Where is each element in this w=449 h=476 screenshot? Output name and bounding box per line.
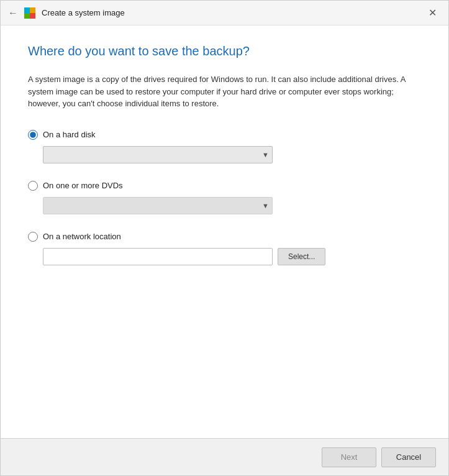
- dvd-dropdown-wrapper: ▼: [43, 197, 273, 214]
- network-location-row: Select...: [43, 248, 421, 265]
- option-network-text: On a network location: [43, 232, 121, 241]
- title-bar-left: ← Create a system image: [8, 6, 125, 20]
- main-window: ← Create a system image ✕ Where do you w…: [0, 0, 449, 476]
- footer: Next Cancel: [1, 438, 448, 475]
- svg-rect-3: [30, 13, 35, 19]
- content-area: Where do you want to save the backup? A …: [1, 25, 448, 438]
- hard-disk-dropdown-wrapper: ▼: [43, 146, 273, 163]
- title-bar: ← Create a system image ✕: [1, 1, 448, 25]
- next-button[interactable]: Next: [322, 447, 376, 467]
- window-title: Create a system image: [42, 8, 125, 17]
- option-dvd-group: On one or more DVDs ▼: [28, 181, 421, 214]
- option-hard-disk-radio[interactable]: [28, 130, 38, 140]
- page-description: A system image is a copy of the drives r…: [28, 73, 421, 110]
- svg-rect-0: [24, 7, 30, 13]
- option-network-group: On a network location Select...: [28, 232, 421, 265]
- hard-disk-dropdown[interactable]: [43, 146, 273, 163]
- network-location-input[interactable]: [43, 248, 273, 265]
- option-dvd-text: On one or more DVDs: [43, 181, 123, 190]
- cancel-button[interactable]: Cancel: [381, 447, 436, 467]
- app-icon: [23, 6, 37, 20]
- select-button[interactable]: Select...: [278, 248, 325, 265]
- dvd-dropdown-container: ▼: [43, 197, 421, 214]
- svg-rect-2: [24, 13, 30, 19]
- page-heading: Where do you want to save the backup?: [28, 44, 421, 58]
- option-hard-disk-group: On a hard disk ▼: [28, 130, 421, 163]
- svg-rect-1: [30, 7, 35, 13]
- option-network-radio[interactable]: [28, 232, 38, 242]
- option-hard-disk-text: On a hard disk: [43, 130, 96, 139]
- option-network-label[interactable]: On a network location: [28, 232, 421, 242]
- close-button[interactable]: ✕: [424, 4, 441, 22]
- hard-disk-dropdown-container: ▼: [43, 146, 421, 163]
- option-hard-disk-label[interactable]: On a hard disk: [28, 130, 421, 140]
- back-button[interactable]: ←: [8, 7, 18, 19]
- dvd-dropdown[interactable]: [43, 197, 273, 214]
- option-dvd-label[interactable]: On one or more DVDs: [28, 181, 421, 191]
- option-dvd-radio[interactable]: [28, 181, 38, 191]
